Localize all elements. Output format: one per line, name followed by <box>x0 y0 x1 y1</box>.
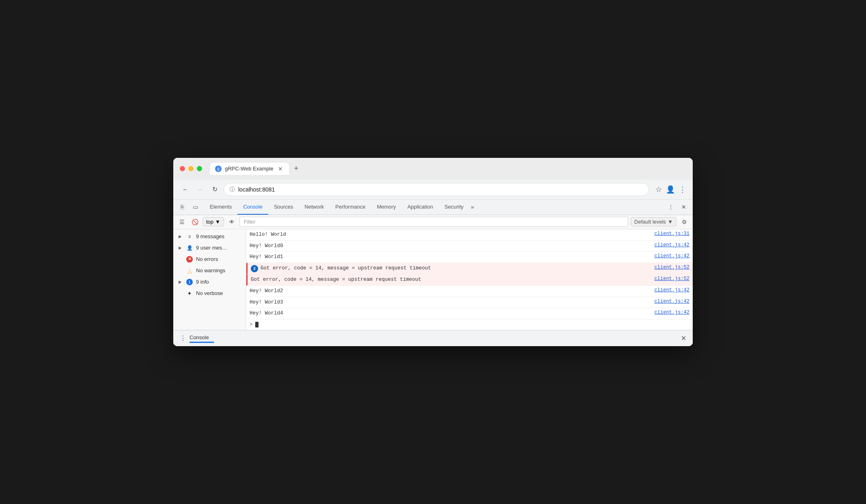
context-selector[interactable]: top ▼ <box>202 217 224 226</box>
log-text-7: Hey! World3 <box>250 299 651 306</box>
log-entry-5: Got error, code = 14, message = upstream… <box>246 274 693 286</box>
sidebar-item-verbose[interactable]: ▶ ✦ No verbose <box>173 288 246 299</box>
console-prompt[interactable]: > <box>246 319 693 330</box>
tab-security[interactable]: Security <box>439 200 469 215</box>
console-sidebar: ▶ ≡ 9 messages ▶ 👤 9 user mes… ▶ ✕ No er… <box>173 229 246 330</box>
tab-network[interactable]: Network <box>299 200 330 215</box>
eye-icon[interactable]: 👁 <box>226 217 237 227</box>
forward-button[interactable]: → <box>194 184 206 195</box>
user-messages-icon: 👤 <box>186 245 193 251</box>
sidebar-item-warnings[interactable]: ▶ △ No warnings <box>173 265 246 276</box>
messages-label: 9 messages <box>196 233 224 239</box>
settings-button[interactable]: ⚙ <box>679 217 689 227</box>
bookmark-icon[interactable]: ☆ <box>655 185 662 194</box>
warning-icon: △ <box>186 267 193 274</box>
console-log: Hello! World client.js:31 Hey! World0 cl… <box>246 229 693 330</box>
new-tab-button[interactable]: + <box>291 163 302 174</box>
clear-console-button[interactable]: 🚫 <box>190 217 200 227</box>
security-icon: ⓘ <box>230 186 235 193</box>
expand-info-icon: ▶ <box>177 279 183 285</box>
tab-close-button[interactable]: ✕ <box>277 165 284 172</box>
devtools-tab-bar: ⎘ ▭ Elements Console Sources Network Per… <box>173 200 693 215</box>
expand-messages-icon: ▶ <box>177 234 183 239</box>
error-icon: ✕ <box>186 256 193 263</box>
log-text-4: Got error, code = 14, message = upstream… <box>261 265 651 272</box>
levels-label: Default levels <box>634 219 666 225</box>
minimize-button[interactable] <box>188 166 194 171</box>
verbose-label: No verbose <box>196 290 223 296</box>
devtools-tab-icons: ⎘ ▭ <box>177 201 201 213</box>
devtools-actions: ⋮ ✕ <box>665 201 689 213</box>
log-entry-2: Hey! World0 client.js:42 <box>246 241 693 252</box>
error-badge: 2 <box>251 265 258 272</box>
bottom-tab-indicator <box>190 342 214 343</box>
title-bar: g gRPC-Web Example ✕ + <box>173 158 693 180</box>
levels-chevron-icon: ▼ <box>668 219 673 225</box>
devtools-panel: ⎘ ▭ Elements Console Sources Network Per… <box>173 200 693 346</box>
errors-label: No errors <box>196 256 218 262</box>
tab-elements[interactable]: Elements <box>204 200 237 215</box>
log-link-4[interactable]: client.js:52 <box>655 265 689 270</box>
tab-title: gRPC-Web Example <box>225 166 274 172</box>
context-dropdown-icon: ▼ <box>215 219 220 225</box>
log-entry-7: Hey! World3 client.js:42 <box>246 297 693 308</box>
log-entry-1: Hello! World client.js:31 <box>246 229 693 241</box>
log-text-3: Hey! World1 <box>250 253 651 261</box>
log-text-1: Hello! World <box>250 231 651 239</box>
refresh-button[interactable]: ↻ <box>209 184 220 195</box>
inspect-element-icon[interactable]: ⎘ <box>177 201 188 213</box>
close-button[interactable] <box>180 166 185 171</box>
info-label: 9 info <box>196 279 209 285</box>
log-entry-6: Hey! World2 client.js:42 <box>246 286 693 297</box>
more-tabs-button[interactable]: » <box>469 200 476 213</box>
bottom-bar-close-button[interactable]: ✕ <box>681 334 686 342</box>
log-entry-3: Hey! World1 client.js:42 <box>246 252 693 263</box>
sidebar-item-errors[interactable]: ▶ ✕ No errors <box>173 254 246 265</box>
filter-input[interactable] <box>239 217 628 227</box>
user-messages-label: 9 user mes… <box>196 245 227 251</box>
tab-favicon: g <box>215 166 222 172</box>
expand-user-messages-icon: ▶ <box>177 245 183 251</box>
profile-icon[interactable]: 👤 <box>666 185 675 194</box>
tab-sources[interactable]: Sources <box>268 200 299 215</box>
device-toolbar-icon[interactable]: ▭ <box>190 201 201 213</box>
browser-tab[interactable]: g gRPC-Web Example ✕ <box>210 163 289 175</box>
log-link-7[interactable]: client.js:42 <box>655 299 689 304</box>
address-actions: ☆ 👤 ⋮ <box>655 185 686 194</box>
devtools-close-button[interactable]: ✕ <box>678 201 689 213</box>
cursor <box>255 322 259 327</box>
prompt-chevron-icon: > <box>250 322 253 327</box>
devtools-menu-button[interactable]: ⋮ <box>665 201 676 213</box>
url-bar[interactable]: ⓘ localhost:8081 <box>224 183 649 196</box>
traffic-lights <box>180 166 202 171</box>
log-link-6[interactable]: client.js:42 <box>655 287 689 293</box>
levels-dropdown[interactable]: Default levels ▼ <box>631 217 676 226</box>
messages-icon: ≡ <box>186 233 193 240</box>
sidebar-item-messages[interactable]: ▶ ≡ 9 messages <box>173 231 246 242</box>
log-link-8[interactable]: client.js:42 <box>655 310 689 315</box>
verbose-icon: ✦ <box>186 290 193 297</box>
log-link-1[interactable]: client.js:31 <box>655 231 689 237</box>
log-link-3[interactable]: client.js:42 <box>655 253 689 259</box>
log-text-8: Hey! World4 <box>250 310 651 317</box>
tab-bar: g gRPC-Web Example ✕ + <box>210 163 686 175</box>
log-entry-8: Hey! World4 client.js:42 <box>246 308 693 319</box>
tab-console[interactable]: Console <box>237 200 268 215</box>
tab-application[interactable]: Application <box>402 200 439 215</box>
log-link-5[interactable]: client.js:52 <box>655 276 689 282</box>
devtools-bottom-bar: ⋮ Console ✕ <box>173 330 693 346</box>
menu-icon[interactable]: ⋮ <box>679 185 686 194</box>
back-button[interactable]: ← <box>180 184 191 195</box>
sidebar-item-user-messages[interactable]: ▶ 👤 9 user mes… <box>173 242 246 254</box>
tab-performance[interactable]: Performance <box>330 200 371 215</box>
maximize-button[interactable] <box>197 166 202 171</box>
log-link-2[interactable]: client.js:42 <box>655 242 689 248</box>
bottom-bar-menu-icon[interactable]: ⋮ <box>180 334 186 342</box>
browser-window: g gRPC-Web Example ✕ + ← → ↻ ⓘ localhost… <box>173 158 693 346</box>
sidebar-item-info[interactable]: ▶ i 9 info <box>173 276 246 288</box>
warnings-label: No warnings <box>196 267 225 274</box>
log-text-6: Hey! World2 <box>250 287 651 295</box>
tab-memory[interactable]: Memory <box>371 200 402 215</box>
sidebar-toggle-button[interactable]: ☰ <box>177 217 187 227</box>
console-toolbar: ☰ 🚫 top ▼ 👁 Default levels ▼ ⚙ <box>173 215 693 229</box>
